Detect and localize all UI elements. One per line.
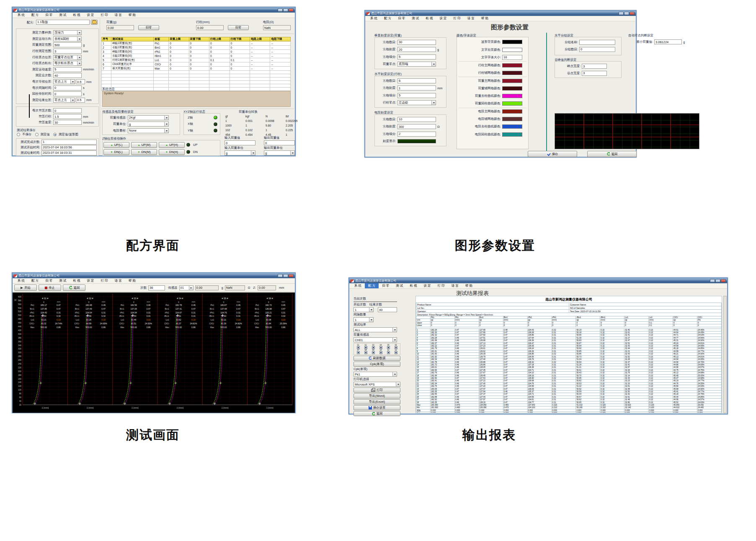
menu-item[interactable]: 打 印 (434, 283, 448, 288)
text-input[interactable]: 40 (53, 73, 82, 78)
group-name-input[interactable] (579, 40, 615, 45)
text-input[interactable]: 2023-07-04 16:03:56 (41, 145, 97, 150)
text-input[interactable]: 0 (53, 108, 82, 113)
menu-item[interactable]: 帮 助 (125, 13, 139, 18)
color-swatch[interactable] (502, 63, 522, 67)
waveform-chart[interactable]: 6005805605405205004804604404204003803603… (13, 293, 295, 413)
start-count-input[interactable]: 1 (353, 307, 374, 312)
table-row[interactable]: 7最大荷重值(去)Max0000---- (102, 67, 291, 71)
dropdown-select[interactable]: 底部端 (397, 62, 436, 67)
menu-item[interactable]: 系 统 (14, 13, 28, 18)
color-swatch[interactable] (502, 109, 522, 114)
menu-item[interactable]: 测 试 (392, 283, 406, 288)
text-input[interactable]: 6 (397, 78, 436, 83)
menu-item[interactable]: 语 言 (464, 16, 478, 21)
channel-cell[interactable]: 02 (362, 344, 369, 349)
channel-cell[interactable]: 12 (392, 349, 399, 354)
title-bar[interactable]: 昆山市新鸿达测量仪器有限公司 (365, 11, 636, 16)
menu-item[interactable]: 打 印 (98, 278, 111, 283)
conv-out-unit-select[interactable]: g (264, 150, 295, 155)
print-button[interactable]: 打印 (353, 388, 400, 393)
menu-item[interactable]: 检 视 (406, 283, 420, 288)
autozero-input[interactable]: 3.061224 (654, 39, 682, 44)
menu-item[interactable]: 配 方 (28, 13, 42, 18)
menu-item[interactable]: 设 定 (436, 16, 450, 21)
text-input[interactable]: 0 (53, 85, 82, 91)
conv-out-input[interactable]: 0 (264, 140, 295, 145)
back-button[interactable]: 返回 (587, 151, 637, 157)
color-swatch[interactable] (502, 94, 522, 98)
maximize-button[interactable] (624, 12, 629, 15)
maximize-button[interactable] (283, 274, 288, 277)
menu-item[interactable]: 帮 助 (125, 278, 139, 283)
stop-button[interactable]: 停止 (39, 285, 61, 291)
dropdown-select[interactable]: g (128, 122, 169, 127)
menu-item[interactable]: 测 试 (408, 16, 422, 21)
menu-item[interactable]: 语 言 (448, 283, 462, 288)
text-input[interactable]: 2023-07-04 16:03:31 (41, 150, 97, 155)
text-input[interactable]: 1.5 (53, 114, 82, 119)
color-swatch[interactable] (502, 124, 522, 129)
menu-item[interactable]: 检 视 (422, 16, 436, 21)
jog-button[interactable]: ▲UP(H) (159, 142, 185, 148)
color-swatch[interactable] (502, 86, 522, 91)
menu-item[interactable]: 测 试 (56, 278, 70, 283)
text-input[interactable]: 300 (397, 124, 436, 129)
menu-item[interactable]: 语 言 (111, 13, 125, 18)
start-button[interactable]: 开始 (14, 285, 37, 291)
report-table-wrap[interactable]: Pk1Pk1Bm1Bm1rPk1rPk1rBm1rBm1Lo1Lo1Cf/CrC… (416, 316, 722, 413)
table-row[interactable]: 2谷點1荷重值(去)Bm10000---- (102, 46, 291, 50)
color-swatch[interactable] (502, 117, 522, 121)
zero-button[interactable]: 归零 (228, 25, 249, 30)
minimize-button[interactable] (619, 12, 624, 15)
text-input[interactable]: 30 (397, 40, 436, 45)
load-sensor-select[interactable]: CH01 (353, 337, 397, 342)
menu-item[interactable]: 归 零 (42, 278, 56, 283)
text-input[interactable]: 10 (397, 117, 436, 122)
text-input[interactable]: 1 (41, 140, 97, 145)
back-button[interactable]: 返回 (353, 411, 400, 416)
text-input[interactable]: 0.5 (76, 79, 85, 84)
close-button[interactable] (721, 279, 726, 282)
save-option-radio[interactable]: 不保存 (17, 132, 32, 137)
channel-cell[interactable]: 01 (355, 344, 361, 349)
back-button[interactable]: 返回 (63, 285, 85, 291)
menu-item[interactable]: 归 零 (379, 283, 392, 288)
menu-item[interactable]: 帮 助 (478, 16, 492, 21)
channel-cell[interactable]: 05 (385, 344, 392, 349)
group-count-input[interactable]: 0 (579, 47, 615, 52)
menu-item[interactable]: 打 印 (450, 16, 464, 21)
dropdown-select[interactable]: 零点上方 (53, 98, 75, 103)
text-input[interactable]: 0.5 (76, 98, 85, 103)
refresh-data-button[interactable]: 刷新数据 (353, 356, 400, 361)
dropdown-select[interactable]: 压缩力 (53, 30, 82, 35)
conv-in-unit-select[interactable]: g (224, 150, 255, 155)
text-input[interactable]: 500 (53, 42, 82, 47)
menu-item[interactable]: 系 统 (367, 16, 381, 21)
table-row[interactable]: 6Click荷重差比率Cf/Cr0000---- (102, 62, 291, 67)
table-row[interactable]: 1峰點1荷重值(去)Pk10000---- (102, 41, 291, 46)
text-input[interactable]: 3 (582, 71, 607, 76)
title-bar[interactable]: 昆山市新鸿达测量仪器有限公司 (349, 278, 727, 283)
text-input[interactable]: 3 (53, 49, 82, 54)
save-settings-button[interactable]: 保存设置 (353, 405, 400, 410)
scale-color-swatch[interactable] (397, 139, 436, 143)
channel-cell[interactable]: 09 (370, 349, 377, 354)
menu-item[interactable]: 系 统 (351, 283, 365, 288)
dropdown-select[interactable]: 每次检出原点 (53, 61, 82, 66)
menu-item[interactable]: 配 方 (28, 278, 42, 283)
export-word-button[interactable]: 导出(Word) (353, 393, 400, 399)
menu-item[interactable]: 检 视 (70, 278, 83, 283)
report-scrollbar[interactable] (723, 296, 727, 413)
cpk-button[interactable]: Cpk(单项) (353, 362, 400, 367)
result-select[interactable]: ALL (353, 327, 397, 332)
text-input[interactable]: 5 (53, 67, 82, 72)
dropdown-select[interactable]: 零点上方 (53, 79, 75, 84)
end-count-input[interactable]: 40 (378, 307, 397, 312)
font-size-input[interactable]: 16 (502, 55, 522, 60)
jog-button[interactable]: ▼DN(M) (131, 149, 157, 155)
maximize-button[interactable] (715, 279, 720, 282)
text-input[interactable]: 3 (582, 64, 607, 69)
channel-cell[interactable]: 06 (392, 344, 399, 349)
menu-item[interactable]: 归 零 (42, 13, 56, 18)
